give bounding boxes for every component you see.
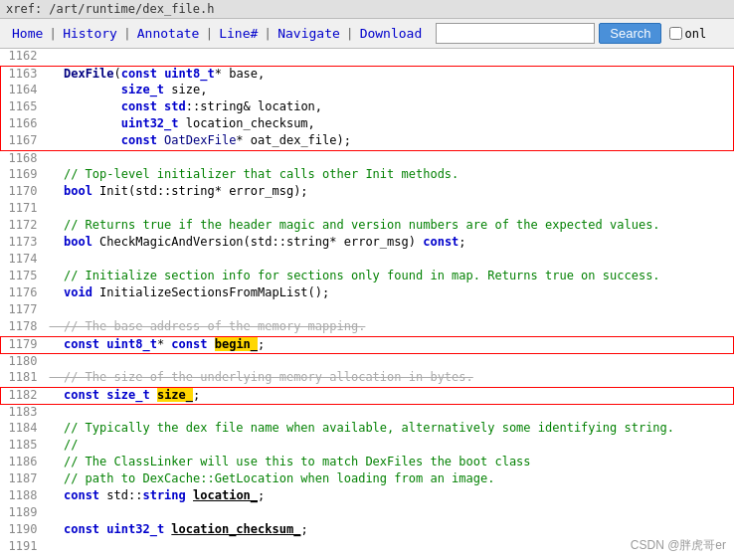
code-row: 1164 size_t size, (1, 83, 734, 99)
line-number: 1177 (1, 302, 46, 319)
code-row: 1176 void InitializeSectionsFromMapList(… (1, 285, 734, 302)
search-button[interactable]: Search (599, 23, 661, 44)
code-row: 1186 // The ClassLinker will use this to… (1, 455, 734, 471)
line-content: uint32_t location_checksum, (46, 116, 734, 133)
line-content: // path to DexCache::GetLocation when lo… (46, 471, 734, 488)
only-checkbox-input[interactable] (669, 27, 682, 40)
code-row: 1182 const size_t size_; (1, 387, 734, 404)
line-number: 1165 (1, 99, 46, 116)
line-number: 1176 (1, 285, 46, 302)
line-number: 1172 (1, 218, 46, 235)
code-row: 1191 (1, 539, 734, 551)
line-content: void InitializeSectionsFromMapList(); (46, 285, 734, 302)
line-content: const std::string location_; (46, 488, 734, 505)
code-row: 1166 uint32_t location_checksum, (1, 116, 734, 133)
code-row: 1174 (1, 252, 734, 269)
line-content: const OatDexFile* oat_dex_file); (46, 133, 734, 150)
line-number: 1167 (1, 133, 46, 150)
code-row: 1167 const OatDexFile* oat_dex_file); (1, 133, 734, 150)
line-content (46, 505, 734, 522)
line-number: 1183 (1, 404, 46, 421)
line-content: // Initialize section info for sections … (46, 269, 734, 285)
code-row: 1190 const uint32_t location_checksum_; (1, 522, 734, 539)
line-content: // The base address of the memory mappin… (46, 319, 734, 336)
code-row: 1171 (1, 201, 734, 218)
code-row: 1179 const uint8_t* const begin_; (1, 336, 734, 353)
line-content (46, 201, 734, 218)
search-input[interactable] (436, 23, 595, 44)
nav-item-navigate[interactable]: Navigate (272, 24, 346, 43)
title-text: xref: /art/runtime/dex_file.h (6, 2, 215, 16)
line-number: 1171 (1, 201, 46, 218)
line-content: // The size of the underlying memory all… (46, 370, 734, 387)
line-content: const uint8_t* const begin_; (46, 336, 734, 353)
line-number: 1191 (1, 539, 46, 551)
line-content: // Typically the dex file name when avai… (46, 421, 734, 438)
nav-item-line#[interactable]: Line# (213, 24, 264, 43)
line-number: 1178 (1, 319, 46, 336)
line-content: bool Init(std::string* error_msg); (46, 184, 734, 201)
code-row: 1165 const std::string& location, (1, 99, 734, 116)
line-number: 1164 (1, 83, 46, 99)
nav-bar: Home | History | Annotate | Line# | Navi… (0, 19, 734, 49)
code-row: 1181 // The size of the underlying memor… (1, 370, 734, 387)
nav-separator: | (264, 26, 272, 41)
code-row: 1180 (1, 353, 734, 370)
code-row: 1185 // (1, 438, 734, 455)
line-number: 1180 (1, 353, 46, 370)
only-checkbox-container: onl (669, 27, 706, 41)
line-number: 1163 (1, 66, 46, 83)
line-content: const size_t size_; (46, 387, 734, 404)
line-number: 1175 (1, 269, 46, 285)
nav-separator: | (205, 26, 213, 41)
code-row: 1189 (1, 505, 734, 522)
code-area[interactable]: 11621163 DexFile(const uint8_t* base,116… (0, 49, 734, 551)
line-number: 1179 (1, 336, 46, 353)
line-number: 1189 (1, 505, 46, 522)
line-number: 1174 (1, 252, 46, 269)
line-content (46, 404, 734, 421)
nav-item-history[interactable]: History (57, 24, 123, 43)
line-content (46, 353, 734, 370)
code-row: 1168 (1, 150, 734, 167)
line-content: DexFile(const uint8_t* base, (46, 66, 734, 83)
code-row: 1162 (1, 49, 734, 66)
line-number: 1190 (1, 522, 46, 539)
nav-item-annotate[interactable]: Annotate (131, 24, 206, 43)
line-number: 1168 (1, 150, 46, 167)
line-content: // The ClassLinker will use this to matc… (46, 455, 734, 471)
line-content (46, 252, 734, 269)
watermark: CSDN @胖虎哥er (631, 537, 726, 554)
code-table: 11621163 DexFile(const uint8_t* base,116… (0, 49, 734, 551)
code-row: 1169 // Top-level initializer that calls… (1, 167, 734, 184)
line-number: 1173 (1, 235, 46, 252)
nav-item-download[interactable]: Download (354, 24, 429, 43)
line-content: bool CheckMagicAndVersion(std::string* e… (46, 235, 734, 252)
line-number: 1188 (1, 488, 46, 505)
line-number: 1169 (1, 167, 46, 184)
code-row: 1178 // The base address of the memory m… (1, 319, 734, 336)
line-content (46, 302, 734, 319)
code-row: 1170 bool Init(std::string* error_msg); (1, 184, 734, 201)
title-bar: xref: /art/runtime/dex_file.h (0, 0, 734, 19)
line-number: 1186 (1, 455, 46, 471)
code-row: 1188 const std::string location_; (1, 488, 734, 505)
line-content (46, 49, 734, 66)
line-number: 1187 (1, 471, 46, 488)
line-number: 1184 (1, 421, 46, 438)
code-row: 1173 bool CheckMagicAndVersion(std::stri… (1, 235, 734, 252)
nav-separator: | (346, 26, 354, 41)
nav-separator: | (49, 26, 57, 41)
line-content: // (46, 438, 734, 455)
nav-separator: | (123, 26, 131, 41)
code-row: 1175 // Initialize section info for sect… (1, 269, 734, 285)
line-content: size_t size, (46, 83, 734, 99)
line-number: 1185 (1, 438, 46, 455)
line-content: const std::string& location, (46, 99, 734, 116)
code-row: 1172 // Returns true if the header magic… (1, 218, 734, 235)
nav-item-home[interactable]: Home (6, 24, 49, 43)
search-box: Search onl (436, 23, 706, 44)
line-number: 1166 (1, 116, 46, 133)
code-row: 1177 (1, 302, 734, 319)
line-number: 1162 (1, 49, 46, 66)
